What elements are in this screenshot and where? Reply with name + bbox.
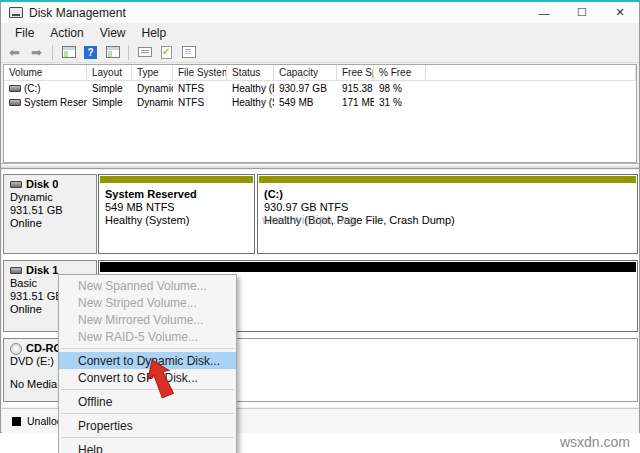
column-header-filler	[426, 65, 636, 80]
menu-item-convert-to-gpt-disk[interactable]: Convert to GPT Disk...	[59, 369, 236, 386]
volume-row-system-reserved[interactable]: System Reserved (... Simple Dynamic NTFS…	[4, 95, 636, 109]
volume-list: Volume Layout Type File System Status Ca…	[3, 64, 637, 163]
partition-c[interactable]: (C:) 930.97 GB NTFS Healthy (Boot, Page …	[257, 174, 638, 254]
show-hide-pane-button[interactable]	[103, 44, 122, 61]
refresh-tasks-button[interactable]: ✓	[157, 44, 176, 61]
volume-type: Dynamic	[132, 97, 173, 108]
column-header-capacity[interactable]: Capacity	[274, 65, 337, 80]
volume-list-header: Volume Layout Type File System Status Ca…	[4, 65, 636, 81]
minimize-button[interactable]: —	[525, 2, 563, 23]
menu-help[interactable]: Help	[134, 24, 175, 42]
menu-item-new-striped-volume[interactable]: New Striped Volume...	[59, 294, 236, 311]
back-arrow-icon: ⬅	[9, 46, 20, 59]
toolbar-separator	[128, 45, 129, 60]
unallocated-band	[100, 262, 636, 272]
pane-splitter[interactable]	[1, 163, 639, 169]
menu-separator	[61, 389, 234, 390]
simple-volume-band	[259, 176, 636, 183]
volume-icon	[9, 85, 21, 92]
properties-button[interactable]	[179, 44, 198, 61]
partition-system-reserved[interactable]: System Reserved 549 MB NTFS Healthy (Sys…	[98, 174, 255, 254]
volume-pct-free: 31 %	[374, 97, 426, 108]
title-bar: Disk Management — ☐ ✕	[1, 2, 639, 23]
menu-item-convert-to-dynamic-disk[interactable]: Convert to Dynamic Disk...	[59, 352, 236, 369]
console-window-icon	[106, 46, 120, 58]
help-button[interactable]: ?	[81, 44, 100, 61]
action-popup-button[interactable]	[135, 44, 154, 61]
console-tree-icon	[62, 46, 76, 58]
volume-file-system: NTFS	[173, 97, 227, 108]
volume-status: Healthy (S...	[227, 97, 274, 108]
volume-free-space: 915.38 GB	[337, 83, 374, 94]
volume-capacity: 930.97 GB	[274, 83, 337, 94]
forward-button[interactable]: ➡	[27, 44, 46, 61]
column-header-layout[interactable]: Layout	[87, 65, 132, 80]
menu-separator	[61, 348, 234, 349]
disk0-name: Disk 0	[26, 178, 58, 191]
volume-status: Healthy (B...	[227, 83, 274, 94]
column-header-file-system[interactable]: File System	[173, 65, 227, 80]
partition-info: 930.97 GB NTFS	[264, 201, 637, 214]
maximize-button[interactable]: ☐	[563, 2, 601, 23]
menu-action[interactable]: Action	[42, 24, 91, 42]
toolbar-separator	[52, 45, 53, 60]
column-header-type[interactable]: Type	[132, 65, 173, 80]
menu-separator	[61, 413, 234, 414]
volume-layout: Simple	[87, 97, 132, 108]
volume-name: System Reserved (...	[24, 97, 87, 108]
menu-separator	[61, 437, 234, 438]
volume-layout: Simple	[87, 83, 132, 94]
volume-free-space: 171 MB	[337, 97, 374, 108]
partition-name: (C:)	[264, 188, 637, 201]
column-header-free-space[interactable]: Free Spa...	[337, 65, 374, 80]
volume-type: Dynamic	[132, 83, 173, 94]
column-header-pct-free[interactable]: % Free	[374, 65, 426, 80]
disk-management-window: Disk Management — ☐ ✕ File Action View H…	[0, 0, 640, 433]
menu-item-properties[interactable]: Properties	[59, 417, 236, 434]
close-button[interactable]: ✕	[601, 2, 639, 23]
volume-row-c[interactable]: (C:) Simple Dynamic NTFS Healthy (B... 9…	[4, 81, 636, 95]
menu-item-offline[interactable]: Offline	[59, 393, 236, 410]
menu-item-help[interactable]: Help	[59, 441, 236, 453]
volume-name: (C:)	[24, 83, 41, 94]
disk0-label-box[interactable]: Disk 0 Dynamic 931.51 GB Online	[3, 174, 97, 254]
app-icon	[9, 7, 23, 18]
disk0-size: 931.51 GB	[10, 204, 96, 217]
menu-file[interactable]: File	[7, 24, 42, 42]
menu-item-new-raid5-volume[interactable]: New RAID-5 Volume...	[59, 328, 236, 345]
window-title: Disk Management	[29, 6, 126, 20]
disk0-type: Dynamic	[10, 191, 96, 204]
column-header-status[interactable]: Status	[227, 65, 274, 80]
toolbar: ⬅ ➡ ? ✓	[1, 42, 639, 63]
partition-info: 549 MB NTFS	[105, 201, 254, 214]
cd-disc-icon	[10, 343, 22, 355]
menu-item-new-spanned-volume[interactable]: New Spanned Volume...	[59, 277, 236, 294]
unallocated-legend-swatch	[12, 417, 21, 426]
properties-panel-icon	[182, 46, 196, 58]
volume-pct-free: 98 %	[374, 83, 426, 94]
partition-health: Healthy (Boot, Page File, Crash Dump)	[264, 214, 637, 227]
action-popup-icon	[138, 47, 152, 57]
volume-file-system: NTFS	[173, 83, 227, 94]
checklist-icon: ✓	[161, 46, 172, 59]
menu-bar: File Action View Help	[1, 23, 639, 42]
back-button[interactable]: ⬅	[5, 44, 24, 61]
disk1-name: Disk 1	[26, 264, 58, 277]
help-icon: ?	[84, 46, 97, 59]
menu-item-new-mirrored-volume[interactable]: New Mirrored Volume...	[59, 311, 236, 328]
disk0-status: Online	[10, 217, 96, 230]
watermark-corner: wsxdn.com	[560, 434, 630, 450]
forward-arrow-icon: ➡	[31, 46, 42, 59]
disk-icon	[10, 267, 22, 274]
simple-volume-band	[100, 176, 253, 183]
disk-context-menu: New Spanned Volume... New Striped Volume…	[58, 274, 237, 453]
volume-capacity: 549 MB	[274, 97, 337, 108]
show-console-tree-button[interactable]	[59, 44, 78, 61]
partition-health: Healthy (System)	[105, 214, 254, 227]
disk-icon	[10, 181, 22, 188]
column-header-volume[interactable]: Volume	[4, 65, 87, 80]
volume-icon	[9, 99, 21, 106]
partition-name: System Reserved	[105, 188, 254, 201]
menu-view[interactable]: View	[92, 24, 134, 42]
